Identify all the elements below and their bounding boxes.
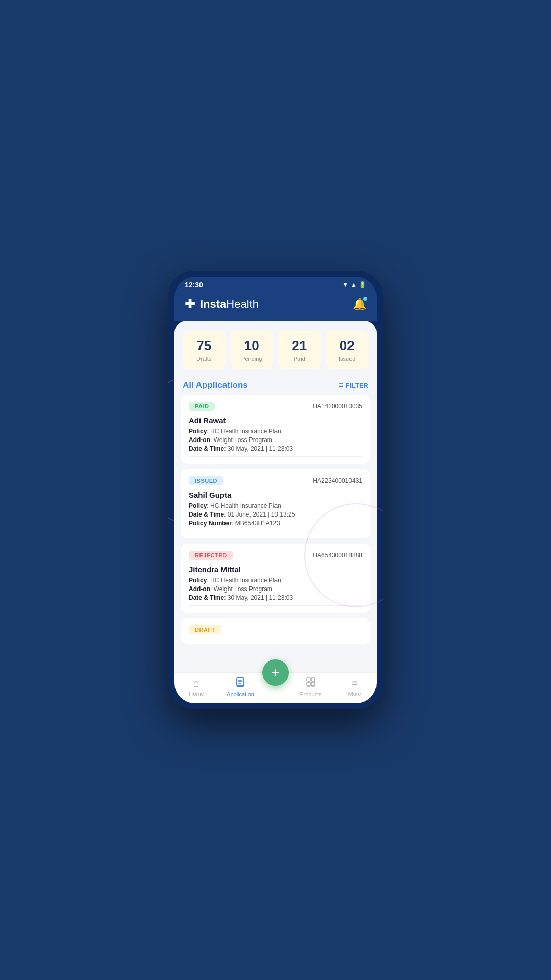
card-datetime-2: Date & Time: 30 May, 2021 | 11:23:03 [189,594,362,601]
notification-dot [363,297,367,301]
card-top-0: PAID HA142000010035 [189,402,362,411]
svg-rect-7 [311,682,315,686]
card-datetime-1: Date & Time: 01 June, 2021 | 10:13:25 [189,511,362,518]
card-name-2: Jitendra Mittal [189,565,362,574]
logo-light: Health [226,298,259,310]
main-content: 75 Drafts 10 Pending 21 Paid 02 Issued [174,321,377,672]
app-card-1[interactable]: ISSUED HA223400010431 Sahil Gupta Policy… [181,469,370,538]
policy-value-2: HC Health Insurance Plan [210,577,281,584]
nav-more[interactable]: ≡ More [333,677,377,697]
datetime-value-2: 30 May, 2021 | 11:23:03 [228,594,293,601]
signal-icon: ▲ [350,281,357,288]
status-time: 12:30 [185,281,203,289]
products-icon [306,677,316,690]
policy-label-0: Policy [189,428,207,435]
app-card-0[interactable]: PAID HA142000010035 Adi Rawat Policy: HC… [181,395,370,464]
logo-bold: Insta [200,298,226,310]
nav-application-label: Application [227,691,254,697]
datetime-label-2: Date & Time [189,594,224,601]
stat-number-paid: 21 [282,338,317,354]
nav-more-label: More [348,691,361,697]
app-logo: ✚ InstaHealth [185,297,259,311]
card-datetime-0: Date & Time: 30 May, 2021 | 11:23:03 [189,445,362,452]
status-icons: ▼ ▲ 🔋 [342,281,366,288]
policynumber-value-1: MB6543H1A123 [235,520,280,527]
application-icon [235,677,245,690]
datetime-value-1: 01 June, 2021 | 10:13:25 [228,511,295,518]
card-policy-2: Policy: HC Health Insurance Plan [189,577,362,584]
card-policy-0: Policy: HC Health Insurance Plan [189,428,362,435]
status-bar: 12:30 ▼ ▲ 🔋 [174,277,377,292]
stat-label-pending: Pending [235,356,269,362]
policy-value-1: HC Health Insurance Plan [210,502,281,509]
card-ref-2: HA654300018888 [313,552,362,559]
wifi-icon: ▼ [342,281,348,288]
card-addon-0: Add-on: Weight Loss Program [189,436,362,444]
phone-screen: 12:30 ▼ ▲ 🔋 ✚ InstaHealth 🔔 [174,277,377,703]
card-policy-1: Policy: HC Health Insurance Plan [189,502,362,509]
badge-draft-3: DRAFT [189,625,221,634]
stat-number-issued: 02 [330,338,365,354]
card-divider-1 [189,531,362,531]
logo-cross-icon: ✚ [185,297,195,311]
home-icon: ⌂ [193,677,199,689]
app-header: ✚ InstaHealth 🔔 [174,292,377,321]
stat-pending[interactable]: 10 Pending [231,331,273,369]
stat-issued[interactable]: 02 Issued [326,331,369,369]
stat-paid[interactable]: 21 Paid [278,331,321,369]
datetime-label-1: Date & Time [189,511,224,518]
addon-value-0: Weight Loss Program [214,436,272,444]
card-top-3: DRAFT [189,625,362,634]
battery-icon: 🔋 [359,281,366,288]
card-ref-1: HA223400010431 [313,477,362,484]
datetime-value-0: 30 May, 2021 | 11:23:03 [228,445,293,452]
notification-bell[interactable]: 🔔 [353,298,366,311]
policy-label-1: Policy [189,502,207,509]
section-header: All Applications ≡ FILTER [174,374,377,395]
nav-home[interactable]: ⌂ Home [174,677,218,697]
section-title: All Applications [183,380,248,390]
badge-paid-0: PAID [189,402,215,411]
card-divider-0 [189,456,362,457]
app-card-3[interactable]: DRAFT [181,618,370,644]
filter-label: FILTER [345,382,368,389]
card-ref-0: HA142000010035 [313,403,362,410]
addon-label-0: Add-on [189,436,210,444]
card-name-0: Adi Rawat [189,416,362,425]
policy-label-2: Policy [189,577,207,584]
datetime-label-0: Date & Time [189,445,224,452]
applications-list: PAID HA142000010035 Adi Rawat Policy: HC… [174,395,377,672]
stat-label-paid: Paid [282,356,317,362]
stat-drafts[interactable]: 75 Drafts [183,331,226,369]
stat-label-drafts: Drafts [187,356,221,362]
stat-label-issued: Issued [330,356,365,362]
addon-value-2: Weight Loss Program [214,585,272,593]
svg-rect-6 [307,682,310,686]
fab-add-button[interactable]: + [262,659,289,686]
logo-text: InstaHealth [200,298,259,311]
card-divider-2 [189,605,362,606]
card-addon-2: Add-on: Weight Loss Program [189,585,362,593]
stat-number-pending: 10 [235,338,269,354]
filter-icon: ≡ [339,381,343,390]
nav-home-label: Home [189,691,204,697]
policynumber-label-1: Policy Number [189,520,232,527]
phone-frame: 12:30 ▼ ▲ 🔋 ✚ InstaHealth 🔔 [168,271,383,709]
badge-issued-1: ISSUED [189,476,223,485]
bottom-nav: + ⌂ Home Application [174,672,377,703]
card-top-2: REJECTED HA654300018888 [189,551,362,560]
stat-number-drafts: 75 [187,338,221,354]
addon-label-2: Add-on [189,585,210,593]
app-card-2[interactable]: REJECTED HA654300018888 Jitendra Mittal … [181,544,370,613]
card-policynumber-1: Policy Number: MB6543H1A123 [189,520,362,527]
nav-application[interactable]: Application [218,677,262,697]
more-icon: ≡ [352,677,358,689]
policy-value-0: HC Health Insurance Plan [210,428,281,435]
svg-rect-4 [307,678,310,681]
card-top-1: ISSUED HA223400010431 [189,476,362,485]
nav-products-label: Products [299,691,321,697]
nav-products[interactable]: Products [289,677,333,697]
svg-rect-5 [311,678,315,681]
filter-button[interactable]: ≡ FILTER [339,381,368,390]
card-name-1: Sahil Gupta [189,491,362,499]
